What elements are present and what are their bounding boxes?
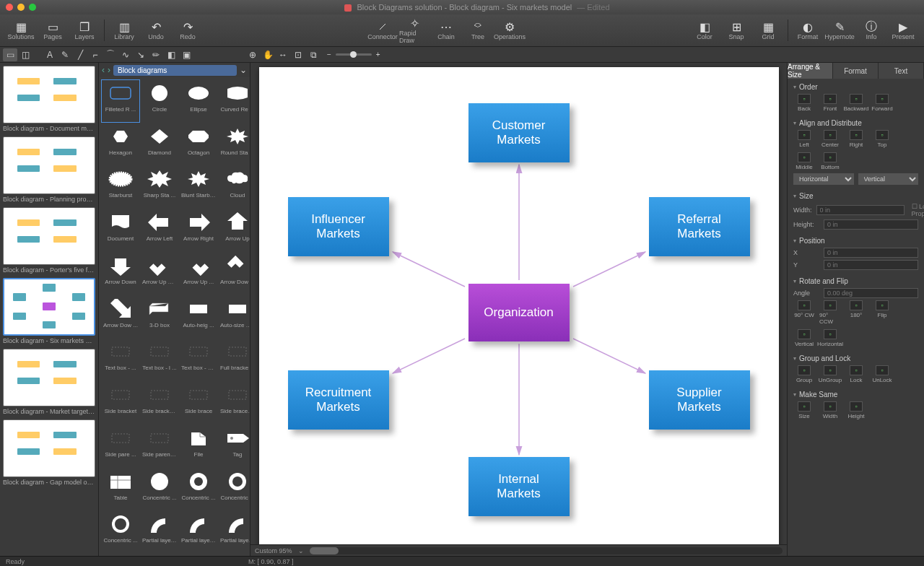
shape-circle[interactable]: Circle <box>141 80 178 122</box>
order-forward[interactable]: ▫Forward <box>871 94 893 112</box>
zoom-slider[interactable]: − + <box>327 51 380 58</box>
zoom-in-icon[interactable]: + <box>376 51 380 58</box>
brush-tool[interactable]: ✏ <box>149 48 163 61</box>
fit-page-tool[interactable]: ⊡ <box>291 48 305 61</box>
group-lock[interactable]: ▫Lock <box>845 365 867 383</box>
thumbnail-5[interactable]: Block diagram - Gap model of service q..… <box>3 419 95 486</box>
node-recruitment[interactable]: RecruitmentMarkets <box>288 370 389 430</box>
node-referral[interactable]: ReferralMarkets <box>649 197 750 256</box>
shape-3-d-box[interactable]: 3-D box <box>141 296 178 338</box>
thumbnail-4[interactable]: Block diagram - Market targeting <box>3 349 95 415</box>
arc-tool[interactable]: ⌒ <box>103 48 118 61</box>
node-influencer[interactable]: InfluencerMarkets <box>288 197 389 256</box>
shape-arrow-right[interactable]: Arrow Right <box>180 209 217 251</box>
shape-file[interactable]: File <box>180 425 217 467</box>
group-unlock[interactable]: ▫UnLock <box>871 365 893 383</box>
hypernote-button[interactable]: ✎Hypernote <box>824 16 855 45</box>
zoom-dropdown-icon[interactable]: ⌄ <box>298 547 304 554</box>
width-input[interactable] <box>816 205 905 215</box>
align-left[interactable]: ▫Left <box>793 130 815 148</box>
shape-cloud[interactable]: Cloud <box>219 166 250 208</box>
solutions-button[interactable]: ▦Solutions <box>6 16 36 45</box>
order-back[interactable]: ▫Back <box>793 94 815 112</box>
shape-side-bracket-[interactable]: Side bracket ... <box>141 382 178 424</box>
shape-curved-re-[interactable]: Curved Re ... <box>219 80 250 122</box>
rotate-horizontal[interactable]: ▫Horizontal <box>819 329 841 347</box>
snap-button[interactable]: ⊞Snap <box>721 16 751 45</box>
text-tool[interactable]: A <box>43 48 57 61</box>
spline-tool[interactable]: ∿ <box>118 48 133 61</box>
height-input[interactable] <box>824 219 918 230</box>
stamp-tool[interactable]: ▣ <box>179 48 193 61</box>
rotate-90-cw[interactable]: ▫90° CW <box>793 300 815 325</box>
x-input[interactable] <box>824 248 918 258</box>
thumbnail-0[interactable]: Block diagram - Document management... <box>3 66 95 132</box>
library-breadcrumb[interactable]: Block diagrams <box>113 65 237 76</box>
operations-button[interactable]: ⚙Operations <box>494 16 525 45</box>
shape-side-brace-[interactable]: Side brace - ... <box>219 382 250 424</box>
shape-auto-heig-[interactable]: Auto-heig ... <box>180 296 217 338</box>
shape-partial-layer-3[interactable]: Partial layer 3 <box>219 511 250 553</box>
rotate-90-ccw[interactable]: ▫90° CCW <box>819 300 841 325</box>
shape-side-brace[interactable]: Side brace <box>180 382 217 424</box>
shape-ellipse[interactable]: Ellipse <box>180 80 217 122</box>
rotate-180-[interactable]: ▫180° <box>845 300 867 325</box>
shape-blunt-starburst[interactable]: Blunt Starburst <box>180 166 217 208</box>
shape-text-box-[interactable]: Text box - ... <box>102 339 139 380</box>
shape-round-sta-[interactable]: Round Sta ... <box>219 123 250 165</box>
pages-button[interactable]: ▭Pages <box>38 16 68 45</box>
shape-arrow-down[interactable]: Arrow Down <box>102 253 139 295</box>
shape-diamond[interactable]: Diamond <box>141 123 178 165</box>
info-button[interactable]: ⓘInfo <box>856 16 886 45</box>
rapiddraw-button[interactable]: ✧Rapid Draw <box>399 16 430 45</box>
shape-document[interactable]: Document <box>102 209 139 251</box>
align-center[interactable]: ▫Center <box>819 130 841 148</box>
color-button[interactable]: ◧Color <box>689 16 720 45</box>
shape-arrow-left[interactable]: Arrow Left <box>141 209 178 251</box>
minimize-icon[interactable] <box>17 4 25 11</box>
shape-hexagon[interactable]: Hexagon <box>102 123 139 165</box>
present-button[interactable]: ▶Present <box>888 16 918 45</box>
format-button[interactable]: ◐Format <box>793 16 823 45</box>
shape-side-bracket[interactable]: Side bracket <box>102 382 139 424</box>
node-customer[interactable]: CustomerMarkets <box>468 103 570 162</box>
close-icon[interactable] <box>6 4 13 11</box>
thumbnail-2[interactable]: Block diagram - Porter's five forces mod… <box>3 207 95 274</box>
inspector-tab-format[interactable]: Format <box>833 63 879 79</box>
shape-arrow-up[interactable]: Arrow Up <box>219 209 250 251</box>
shape-arrow-up-[interactable]: Arrow Up ... <box>180 253 217 295</box>
shape-concentric-[interactable]: Concentric ... <box>180 469 217 510</box>
shape-filleted-r-[interactable]: Filleted R ... <box>102 80 139 122</box>
inspector-tab-arrange-size[interactable]: Arrange & Size <box>788 63 833 79</box>
library-back-icon[interactable]: ‹ <box>102 65 105 75</box>
node-supplier[interactable]: SupplierMarkets <box>649 370 750 430</box>
zoom-tool[interactable]: ⊕ <box>245 48 260 61</box>
crop-tool[interactable]: ⧉ <box>306 48 321 61</box>
zoom-level-display[interactable]: Custom 95% <box>255 547 292 554</box>
horizontal-scrollbar[interactable] <box>310 547 783 554</box>
distribute-vertical[interactable]: Vertical <box>858 173 919 185</box>
shape-full-bracke-[interactable]: Full bracke ... <box>219 339 250 380</box>
select-tool[interactable]: ▭ <box>3 48 17 61</box>
align-right[interactable]: ▫Right <box>845 130 867 148</box>
polyline-tool[interactable]: ⌐ <box>88 48 103 61</box>
connector-tool[interactable]: ↘ <box>134 48 148 61</box>
shape-concentric-[interactable]: Concentric ... <box>141 469 178 510</box>
shape-concentric-[interactable]: Concentric ... <box>219 469 250 510</box>
lock-proportions[interactable]: Lock Proportions <box>912 203 924 217</box>
distribute-horizontal[interactable]: Horizontal <box>793 173 854 185</box>
shape-auto-size-box[interactable]: Auto-size box <box>219 296 250 338</box>
inspector-tab-text[interactable]: Text <box>879 63 924 79</box>
shape-sharp-sta-[interactable]: Sharp Sta ... <box>141 166 178 208</box>
library-forward-icon[interactable]: › <box>108 65 110 75</box>
hand-tool[interactable]: ✋ <box>261 48 275 61</box>
library-menu-icon[interactable]: ⌄ <box>240 65 247 75</box>
layers-button[interactable]: ❐Layers <box>69 16 100 45</box>
align-top[interactable]: ▫Top <box>871 130 893 148</box>
makesame-size[interactable]: ▫Size <box>793 401 815 419</box>
shape-concentric-[interactable]: Concentric ... <box>102 511 139 553</box>
group-ungroup[interactable]: ▫UnGroup <box>819 365 841 383</box>
eraser-tool[interactable]: ◧ <box>164 48 178 61</box>
shape-side-parenth-[interactable]: Side parenth ... <box>141 425 178 467</box>
order-backward[interactable]: ▫Backward <box>845 94 867 112</box>
